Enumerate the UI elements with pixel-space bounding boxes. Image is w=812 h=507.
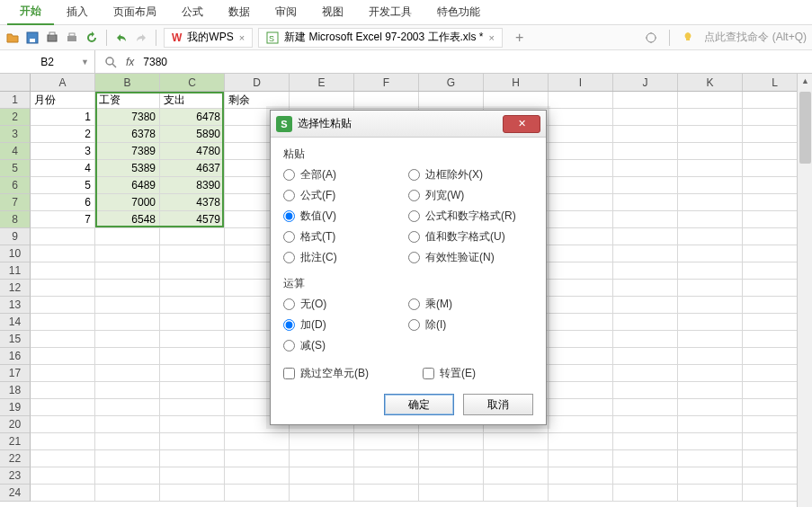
- row-header[interactable]: 3: [0, 126, 31, 143]
- cell[interactable]: [678, 177, 743, 194]
- radio-input[interactable]: [408, 210, 420, 222]
- radio-input[interactable]: [408, 252, 420, 263]
- cell[interactable]: 6489: [95, 177, 160, 194]
- cell[interactable]: 5890: [160, 126, 225, 143]
- cell[interactable]: [678, 92, 743, 109]
- cell[interactable]: [549, 382, 613, 399]
- cell[interactable]: [613, 450, 678, 467]
- menu-start[interactable]: 开始: [7, 0, 54, 25]
- radio-input[interactable]: [283, 231, 295, 243]
- cell[interactable]: [160, 382, 225, 399]
- cell[interactable]: [95, 262, 160, 280]
- cell[interactable]: [160, 348, 225, 365]
- cell[interactable]: [31, 314, 95, 331]
- cell[interactable]: [549, 143, 613, 160]
- menu-page-layout[interactable]: 页面布局: [101, 0, 169, 24]
- cell[interactable]: [95, 245, 160, 262]
- cell[interactable]: [160, 297, 225, 314]
- cell[interactable]: [225, 450, 290, 467]
- cell[interactable]: 支出: [160, 92, 225, 109]
- row-header[interactable]: 23: [0, 467, 31, 485]
- menu-review[interactable]: 审阅: [263, 0, 309, 24]
- cell[interactable]: 7389: [95, 143, 160, 160]
- close-button[interactable]: ✕: [503, 115, 540, 133]
- dialog-titlebar[interactable]: S 选择性粘贴 ✕: [271, 111, 546, 138]
- cell[interactable]: [549, 177, 613, 194]
- undo-icon[interactable]: [114, 31, 129, 45]
- close-icon[interactable]: ×: [239, 32, 245, 43]
- cell[interactable]: [354, 450, 419, 467]
- row-header[interactable]: 10: [0, 245, 31, 262]
- col-header-C[interactable]: C: [160, 74, 225, 91]
- cell[interactable]: [95, 467, 160, 485]
- find-command-hint[interactable]: 点此查找命令 (Alt+Q): [704, 30, 807, 45]
- search-icon[interactable]: [104, 56, 117, 68]
- cell[interactable]: [31, 245, 95, 262]
- transpose-checkbox[interactable]: 转置(E): [423, 366, 476, 381]
- cell[interactable]: 工资: [95, 92, 160, 109]
- cell[interactable]: [678, 160, 743, 177]
- cell[interactable]: [31, 280, 95, 297]
- col-header-I[interactable]: I: [549, 74, 613, 91]
- col-header-H[interactable]: H: [484, 74, 549, 91]
- cell[interactable]: [31, 399, 95, 416]
- cell[interactable]: [95, 348, 160, 365]
- cell[interactable]: [549, 348, 613, 365]
- cell[interactable]: [419, 467, 484, 485]
- cell[interactable]: [613, 143, 678, 160]
- cell[interactable]: [549, 228, 613, 245]
- open-icon[interactable]: [5, 31, 20, 45]
- row-header[interactable]: 22: [0, 450, 31, 467]
- new-tab-button[interactable]: +: [508, 30, 531, 46]
- scrollbar-thumb[interactable]: [799, 92, 811, 164]
- cancel-button[interactable]: 取消: [463, 394, 533, 415]
- cell[interactable]: [678, 416, 743, 433]
- cell[interactable]: [613, 194, 678, 211]
- cell[interactable]: [95, 280, 160, 297]
- radio-input[interactable]: [408, 231, 420, 243]
- cell[interactable]: [678, 297, 743, 314]
- radio-option[interactable]: 边框除外(X): [408, 167, 533, 182]
- cell[interactable]: [160, 365, 225, 382]
- cell[interactable]: [678, 399, 743, 416]
- radio-option[interactable]: 格式(T): [283, 229, 408, 245]
- cell[interactable]: [484, 433, 549, 450]
- cell[interactable]: [31, 450, 95, 467]
- select-all-corner[interactable]: [0, 74, 31, 91]
- row-header[interactable]: 13: [0, 297, 31, 314]
- checkbox-input[interactable]: [423, 368, 434, 379]
- cell[interactable]: [354, 467, 419, 485]
- refresh-icon[interactable]: [85, 31, 99, 45]
- cell[interactable]: [613, 126, 678, 143]
- row-header[interactable]: 16: [0, 348, 31, 365]
- cell[interactable]: [290, 433, 354, 450]
- cell[interactable]: [290, 467, 354, 485]
- cell[interactable]: [549, 92, 613, 109]
- cell[interactable]: [549, 297, 613, 314]
- name-box[interactable]: ▼: [0, 50, 95, 73]
- cell[interactable]: [613, 314, 678, 331]
- scroll-up-icon[interactable]: ▲: [798, 74, 812, 89]
- row-header[interactable]: 12: [0, 280, 31, 297]
- row-header[interactable]: 21: [0, 433, 31, 450]
- cell[interactable]: [613, 177, 678, 194]
- radio-option[interactable]: 除(I): [408, 317, 533, 333]
- cell[interactable]: [290, 450, 354, 467]
- cell[interactable]: [95, 485, 160, 502]
- cell[interactable]: [613, 211, 678, 228]
- cell[interactable]: [678, 348, 743, 365]
- col-header-G[interactable]: G: [419, 74, 484, 91]
- cell[interactable]: [678, 126, 743, 143]
- cell[interactable]: [549, 160, 613, 177]
- cell[interactable]: [160, 262, 225, 280]
- cell[interactable]: [678, 450, 743, 467]
- cell[interactable]: [290, 485, 354, 502]
- cell[interactable]: [549, 211, 613, 228]
- menu-devtools[interactable]: 开发工具: [356, 0, 424, 24]
- radio-option[interactable]: 乘(M): [408, 297, 533, 312]
- cell[interactable]: [31, 348, 95, 365]
- formula-input[interactable]: [143, 56, 323, 68]
- cell[interactable]: 7: [31, 211, 95, 228]
- menu-data[interactable]: 数据: [216, 0, 263, 24]
- cell[interactable]: [419, 450, 484, 467]
